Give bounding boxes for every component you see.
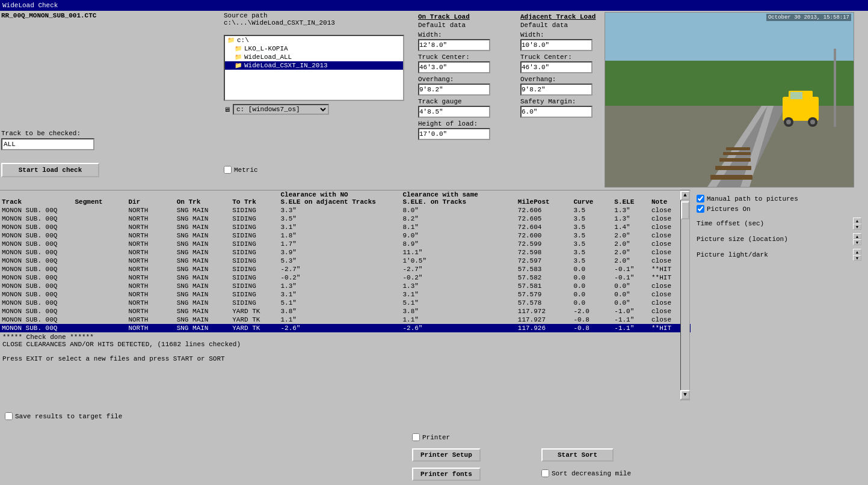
table-scroll[interactable]: Track Segment Dir On Trk To Trk Clearanc… — [0, 191, 691, 400]
height-load-input[interactable] — [418, 128, 490, 140]
file-title: RR_00Q_MONON_SUB_001.CTC — [1, 12, 96, 19]
printer-row: Printer — [412, 433, 450, 441]
table-row[interactable]: MONON SUB. 00QNORTHSNG MAINSIDING3.1"3.1… — [0, 290, 691, 299]
table-cell — [73, 231, 127, 240]
table-cell: -2.6" — [401, 324, 516, 332]
table-cell: SNG MAIN — [175, 257, 231, 265]
pictures-on-checkbox[interactable] — [697, 205, 704, 213]
table-cell: -0.8 — [571, 316, 612, 324]
tree-item-wideload-csxt[interactable]: 📁 WideLoad_CSXT_IN_2013 — [225, 61, 403, 70]
overhang-input-on[interactable] — [418, 84, 490, 96]
table-cell — [73, 299, 127, 307]
right-panel: Manual path to pictures Pictures On Time… — [692, 190, 866, 269]
metric-label: Metric — [234, 166, 258, 174]
table-cell — [73, 290, 127, 299]
table-cell: 3.1" — [279, 223, 401, 231]
start-sort-button[interactable]: Start Sort — [541, 448, 614, 462]
truck-center-input-on[interactable] — [418, 61, 490, 73]
time-offset-up[interactable]: ▲ — [853, 218, 861, 224]
table-row[interactable]: MONON SUB. 00QNORTHSNG MAINSIDING3.1"8.1… — [0, 223, 691, 231]
table-cell: 2.0" — [612, 231, 650, 240]
manual-path-checkbox[interactable] — [697, 195, 704, 203]
time-offset-spinner[interactable]: ▲ ▼ — [853, 218, 861, 230]
table-cell: SNG MAIN — [175, 316, 231, 324]
table-cell: NORTH — [126, 240, 174, 248]
table-cell: SIDING — [230, 290, 279, 299]
picture-light-up[interactable]: ▲ — [853, 249, 861, 255]
table-row[interactable]: MONON SUB. 00QNORTHSNG MAINSIDING-2.7"-2… — [0, 265, 691, 273]
table-row[interactable]: MONON SUB. 00QNORTHSNG MAINSIDING1.8"9.0… — [0, 231, 691, 240]
overhang-label-adj: Overhang: — [520, 76, 596, 83]
truck-center-label-adj: Truck Center: — [520, 53, 596, 61]
safety-margin-label: Safety Margin: — [520, 98, 596, 105]
table-row[interactable]: MONON SUB. 00QNORTHSNG MAINSIDING3.5"8.2… — [0, 215, 691, 223]
picture-size-spinner[interactable]: ▲ ▼ — [853, 233, 861, 245]
table-cell: 72.604 — [516, 223, 572, 231]
table-scrollbar[interactable]: ▲ ▼ — [680, 190, 690, 400]
table-cell: MONON SUB. 00Q — [0, 265, 73, 273]
drive-select[interactable]: c: [windows7_os] — [233, 104, 329, 115]
width-input-on[interactable] — [418, 39, 490, 51]
table-cell — [73, 257, 127, 265]
table-row[interactable]: MONON SUB. 00QNORTHSNG MAINYARD TK1.1"1.… — [0, 316, 691, 324]
table-cell: SNG MAIN — [175, 273, 231, 282]
track-input[interactable] — [1, 138, 94, 150]
on-track-load-header: On Track Load — [418, 13, 490, 20]
table-cell: MONON SUB. 00Q — [0, 257, 73, 265]
overhang-input-adj[interactable] — [520, 84, 593, 96]
table-cell: YARD TK — [230, 316, 279, 324]
table-row[interactable]: MONON SUB. 00QNORTHSNG MAINSIDING3.9"11.… — [0, 248, 691, 257]
table-cell: SIDING — [230, 231, 279, 240]
safety-margin-input[interactable] — [520, 106, 593, 118]
table-cell: 3.5 — [571, 248, 612, 257]
save-results-checkbox[interactable] — [5, 412, 13, 420]
printer-setup-button[interactable]: Printer Setup — [412, 448, 481, 462]
table-row[interactable]: MONON SUB. 00QNORTHSNG MAINSIDING5.1"5.1… — [0, 299, 691, 307]
svg-rect-7 — [715, 166, 751, 170]
scroll-thumb[interactable] — [681, 201, 689, 219]
scroll-down-arrow[interactable]: ▼ — [680, 390, 690, 400]
scroll-up-arrow[interactable]: ▲ — [680, 191, 690, 200]
width-label-on: Width: — [418, 31, 490, 38]
table-cell: 3.5 — [571, 231, 612, 240]
printer-fonts-button[interactable]: Printer fonts — [412, 468, 481, 481]
table-cell — [73, 324, 127, 332]
svg-rect-13 — [790, 92, 802, 99]
picture-size-down[interactable]: ▼ — [853, 239, 861, 245]
file-tree[interactable]: 📁 c:\ 📁 LKO_L-KOPIA 📁 WideLoad_ALL 📁 Wid… — [224, 35, 404, 101]
table-cell: NORTH — [126, 273, 174, 282]
table-row[interactable]: MONON SUB. 00QNORTHSNG MAINSIDING-0.2"-0… — [0, 273, 691, 282]
printer-checkbox[interactable] — [412, 433, 420, 441]
table-cell: 0.0 — [571, 299, 612, 307]
picture-light-spinner[interactable]: ▲ ▼ — [853, 249, 861, 261]
start-load-check-button[interactable]: Start load check — [1, 163, 99, 177]
table-row[interactable]: MONON SUB. 00QNORTHSNG MAINYARD TK-2.6"-… — [0, 324, 691, 332]
tree-item-wideload-all[interactable]: 📁 WideLoad_ALL — [225, 53, 403, 61]
metric-checkbox[interactable] — [224, 166, 232, 174]
table-cell: SNG MAIN — [175, 299, 231, 307]
table-cell: 3.9" — [279, 248, 401, 257]
th-milepost: MilePost — [516, 191, 572, 206]
width-input-adj[interactable] — [520, 39, 593, 51]
table-row[interactable]: MONON SUB. 00QNORTHSNG MAINSIDING1.7"8.9… — [0, 240, 691, 248]
table-cell: SIDING — [230, 257, 279, 265]
metric-row: Metric — [224, 166, 258, 174]
truck-center-input-adj[interactable] — [520, 61, 593, 73]
table-row[interactable]: MONON SUB. 00QNORTHSNG MAINSIDING1.3"1.3… — [0, 282, 691, 290]
table-cell: 72.598 — [516, 248, 572, 257]
table-row[interactable]: MONON SUB. 00QNORTHSNG MAINYARD TK3.8"3.… — [0, 307, 691, 316]
table-cell: 72.597 — [516, 257, 572, 265]
tree-item-lko[interactable]: 📁 LKO_L-KOPIA — [225, 44, 403, 53]
tree-item-c[interactable]: 📁 c:\ — [225, 36, 403, 44]
table-row[interactable]: MONON SUB. 00QNORTHSNG MAINSIDING5.3"1'0… — [0, 257, 691, 265]
sort-decreasing-checkbox[interactable] — [541, 469, 549, 477]
table-cell: NORTH — [126, 307, 174, 316]
picture-light-down[interactable]: ▼ — [853, 255, 861, 261]
table-row[interactable]: MONON SUB. 00QNORTHSNG MAINSIDING3.3"8.0… — [0, 206, 691, 215]
data-table: Track Segment Dir On Trk To Trk Clearanc… — [0, 191, 691, 332]
status-line-2: CLOSE CLEARANCES AND/OR HITS DETECTED, (… — [2, 341, 688, 348]
picture-size-up[interactable]: ▲ — [853, 233, 861, 239]
time-offset-down[interactable]: ▼ — [853, 224, 861, 230]
table-container[interactable]: Track Segment Dir On Trk To Trk Clearanc… — [0, 190, 691, 400]
track-gauge-input[interactable] — [418, 106, 490, 118]
